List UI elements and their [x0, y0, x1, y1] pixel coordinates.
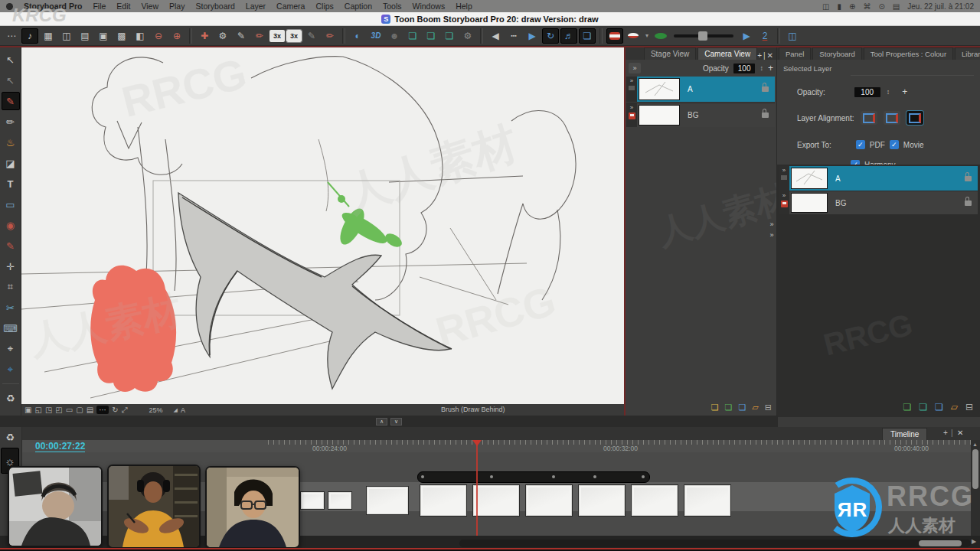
tab-tool-properties[interactable]: Tool Properties : Colour: [864, 47, 953, 60]
panel-thumbnail[interactable]: [472, 484, 520, 517]
menu-storyboard[interactable]: Storyboard: [195, 2, 234, 11]
ghost-face-icon[interactable]: ☻: [386, 28, 403, 44]
opacity-stepper[interactable]: ↕: [887, 88, 890, 96]
storyboard-view-icon[interactable]: ▣: [95, 28, 112, 44]
jump-start-icon[interactable]: ◀: [487, 28, 504, 44]
zoom-level[interactable]: 25%: [149, 406, 163, 414]
control-center-icon[interactable]: ▤: [893, 2, 900, 11]
overlay-more-icon[interactable]: ⋯: [96, 406, 109, 414]
panel-thumbnail[interactable]: [684, 484, 731, 517]
alignment-option-3[interactable]: [906, 111, 923, 125]
layer-row-a[interactable]: » A: [779, 166, 978, 191]
alignment-option-1[interactable]: [861, 111, 877, 125]
panel-thumbnail[interactable]: [300, 491, 325, 510]
lock-icon[interactable]: [965, 176, 972, 181]
frame-dots-icon[interactable]: ▪▪▪: [505, 28, 522, 44]
alignment-option-2[interactable]: [884, 111, 900, 125]
close-view-button[interactable]: ✕: [767, 51, 773, 60]
panel-splitter[interactable]: » »: [767, 220, 776, 251]
zoom-in-icon[interactable]: ⊕: [168, 28, 185, 44]
capture-window-icon[interactable]: ❏: [404, 28, 421, 44]
camera-tool[interactable]: ⌖: [2, 340, 20, 358]
colour-disc-icon[interactable]: [625, 28, 642, 44]
gear-outline-icon[interactable]: ⚙: [459, 28, 476, 44]
vertical-view-icon[interactable]: ▤: [77, 28, 93, 44]
collapse-up-button[interactable]: ∧: [376, 418, 387, 425]
update-drawing-icon[interactable]: ♻: [2, 389, 20, 407]
menu-view[interactable]: View: [141, 2, 158, 11]
group-layers-icon[interactable]: ▱: [752, 403, 758, 412]
cutter-tool[interactable]: ✂: [2, 298, 20, 317]
panel-thumbnail[interactable]: [420, 484, 467, 517]
flip-view-icon[interactable]: ◐: [349, 28, 366, 44]
no-render-icon[interactable]: [629, 112, 635, 119]
pen-colour-swatch[interactable]: [652, 28, 669, 44]
timeline-splitter[interactable]: ∧ ∨: [0, 416, 778, 427]
camera-preview-button[interactable]: ❏: [579, 28, 596, 44]
text-tool[interactable]: T: [2, 174, 20, 193]
add-timeline-tab[interactable]: +: [943, 429, 948, 437]
brush-size-icon[interactable]: ✏: [251, 28, 268, 44]
lock-icon[interactable]: [965, 201, 972, 206]
capture-window-2-icon[interactable]: ❏: [423, 28, 439, 44]
duplicate-layer-icon[interactable]: ❏: [738, 403, 746, 412]
duplicate-layer-icon[interactable]: ❏: [935, 402, 943, 412]
menu-windows[interactable]: Windows: [413, 2, 446, 11]
eraser-tool[interactable]: ◪: [2, 154, 20, 172]
tab-stage-view[interactable]: Stage View: [644, 47, 696, 60]
scroll-up-arrow[interactable]: ▲: [972, 442, 978, 447]
group-layers-icon[interactable]: ▱: [951, 402, 958, 412]
camera-view-canvas[interactable]: RRCG 人人素材 RRCG 人人素材: [21, 47, 624, 404]
menu-play[interactable]: Play: [169, 2, 185, 11]
brush-tool[interactable]: ✎: [2, 92, 20, 110]
brush-red-icon[interactable]: ✏: [322, 28, 338, 44]
no-render-icon[interactable]: [781, 201, 788, 207]
panel-thumbnail[interactable]: [578, 484, 626, 517]
tab-panel[interactable]: Panel: [779, 47, 811, 60]
thickness-slider[interactable]: [671, 28, 737, 44]
menu-clock[interactable]: Jeu. 22 juil. à 21:02: [907, 2, 974, 11]
show-colours-icon[interactable]: [606, 28, 623, 44]
add-bitmap-layer-icon[interactable]: ❏: [725, 403, 733, 412]
panel-thumbnail[interactable]: [366, 486, 409, 515]
input-source-icon[interactable]: ⌘: [863, 2, 871, 11]
select-tool[interactable]: ↖: [2, 51, 20, 69]
screen-record-icon[interactable]: ⊕: [849, 2, 855, 11]
movie-checkbox[interactable]: ✓: [890, 140, 899, 149]
safe-area-icon[interactable]: ▣: [24, 406, 31, 414]
sound-tool-icon[interactable]: ♪: [21, 28, 38, 44]
menu-layer[interactable]: Layer: [246, 2, 266, 11]
add-layer-button[interactable]: +: [768, 63, 773, 73]
lasso-select-tool[interactable]: ⌗: [2, 278, 20, 296]
close-timeline-tab[interactable]: ✕: [957, 429, 963, 437]
menu-file[interactable]: File: [93, 2, 106, 11]
play-selection-button[interactable]: ▶: [738, 28, 755, 44]
rotate-view-icon[interactable]: ↻: [112, 406, 118, 414]
letterbox-icon[interactable]: ▭: [66, 406, 73, 414]
spotlight-icon[interactable]: ⊙: [878, 2, 884, 11]
play-button[interactable]: ▶: [524, 28, 541, 44]
shortcuts-tool[interactable]: ⌨: [2, 319, 20, 337]
menu-help[interactable]: Help: [456, 2, 472, 11]
settings-gear-icon[interactable]: ⚙: [214, 28, 231, 44]
thumbnails-view-icon[interactable]: ▦: [40, 28, 57, 44]
display-icon[interactable]: ◫: [822, 2, 829, 11]
lock-icon[interactable]: [762, 86, 769, 92]
tab-library[interactable]: Library: [955, 47, 980, 60]
sync-icon[interactable]: ♻: [1, 428, 19, 446]
menu-camera[interactable]: Camera: [276, 2, 305, 11]
grid-overlay-icon[interactable]: ◰: [55, 406, 62, 414]
playhead-line[interactable]: [476, 445, 478, 536]
panel-pin-icon[interactable]: ◫: [784, 28, 801, 44]
pencil-tool[interactable]: ✏: [2, 112, 20, 131]
multiplier-3x-active-button[interactable]: 3x: [286, 30, 302, 42]
add-view-button[interactable]: +: [757, 51, 762, 60]
add-panel-icon[interactable]: ✚: [196, 28, 213, 44]
delete-layer-icon[interactable]: ⊟: [765, 403, 772, 412]
layer-row-bg[interactable]: » BG: [626, 103, 775, 127]
pen-icon[interactable]: ✎: [233, 28, 250, 44]
collapse-panel-button[interactable]: »: [629, 63, 641, 73]
tab-storyboard[interactable]: Storyboard: [812, 47, 861, 60]
workspace-icon[interactable]: ◧: [132, 28, 149, 44]
loop-button[interactable]: ↻: [542, 28, 559, 44]
